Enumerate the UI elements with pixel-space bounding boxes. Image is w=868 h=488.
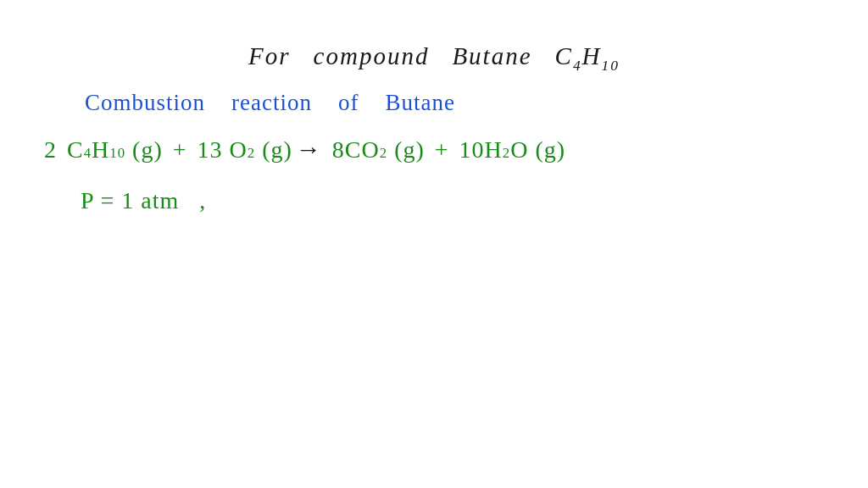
c4h10-formula: C4H10 (g) xyxy=(60,136,163,164)
o2-formula: 13 O2 (g) xyxy=(198,136,292,164)
plus1: + xyxy=(166,136,194,164)
subtitle-line: Combustion reaction of Butane xyxy=(85,90,834,116)
coeff1: 2 xyxy=(44,136,57,164)
title-line: For compound Butane C4H10 xyxy=(34,42,834,75)
of-word: of xyxy=(338,90,359,115)
pressure-line: P = 1 atm , xyxy=(81,187,834,214)
reaction-word: reaction xyxy=(231,90,312,115)
combustion-word: Combustion xyxy=(85,90,205,115)
compound-word: compound xyxy=(314,42,430,69)
page: For compound Butane C4H10 Combustion rea… xyxy=(0,0,868,488)
pressure-value: P = 1 atm xyxy=(81,187,179,214)
for-word: For xyxy=(248,42,291,69)
comma: , xyxy=(199,187,206,214)
co2-formula: 8CO2 (g) xyxy=(326,136,425,164)
butane-word: Butane xyxy=(452,42,531,69)
h2o-formula: 10H2O (g) xyxy=(459,136,566,164)
arrow: → xyxy=(296,135,322,164)
equation-line: 2 C4H10 (g) + 13 O2 (g) → 8CO2 (g) + 10H… xyxy=(42,135,834,164)
butane-subtitle: Butane xyxy=(385,90,454,115)
plus2: + xyxy=(428,136,456,164)
formula-c4h10: C4H10 xyxy=(555,42,620,69)
